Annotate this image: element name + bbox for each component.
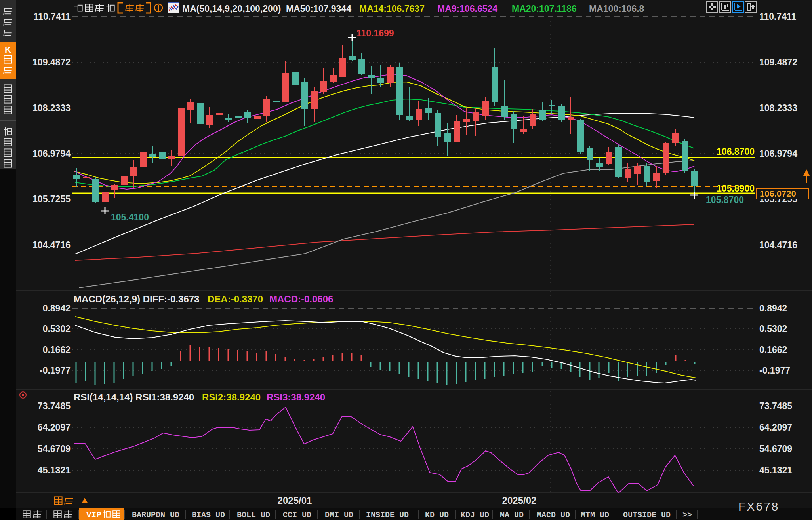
svg-text:109.4872: 109.4872 [759,57,797,67]
svg-text:MA(50,14,9,20,100,200): MA(50,14,9,20,100,200) [182,4,281,14]
svg-text:RSI2:38.9240: RSI2:38.9240 [202,392,261,402]
svg-text:110.1699: 110.1699 [356,28,394,38]
svg-text:54.6709: 54.6709 [38,444,71,454]
svg-text:MACD_UD: MACD_UD [537,511,570,520]
svg-text:105.4100: 105.4100 [111,212,149,222]
svg-text:45.1321: 45.1321 [759,465,792,475]
svg-text:106.9794: 106.9794 [32,148,71,159]
svg-text:0.8942: 0.8942 [759,303,787,313]
svg-text:106.8700: 106.8700 [717,146,755,157]
svg-text:VIP: VIP [86,511,101,520]
svg-text:2025/01: 2025/01 [278,495,312,506]
svg-text:INSIDE_UD: INSIDE_UD [366,511,409,520]
svg-text:73.7485: 73.7485 [759,401,792,411]
svg-text:109.4872: 109.4872 [32,57,71,67]
svg-text:0.5302: 0.5302 [759,324,787,334]
svg-text:64.2097: 64.2097 [759,422,792,433]
svg-text:106.0720: 106.0720 [760,189,796,199]
svg-text:BOLL_UD: BOLL_UD [237,511,270,520]
svg-text:45.1321: 45.1321 [38,465,71,475]
svg-text:RSI(14,14,14) RSI1:38.9240: RSI(14,14,14) RSI1:38.9240 [74,392,194,402]
svg-text:105.8700: 105.8700 [706,195,744,205]
svg-text:DEA:-0.3370: DEA:-0.3370 [208,294,263,304]
svg-text:MA20:107.1186: MA20:107.1186 [512,4,577,14]
svg-text:104.4716: 104.4716 [32,240,71,250]
svg-text:108.2333: 108.2333 [32,103,71,113]
svg-text:MA_UD: MA_UD [500,511,524,520]
svg-text:108.2333: 108.2333 [759,103,797,113]
svg-text:105.8900: 105.8900 [717,183,755,194]
svg-text:2025/02: 2025/02 [502,495,537,506]
svg-text:>>: >> [682,511,692,520]
svg-text:64.2097: 64.2097 [38,422,71,433]
svg-text:-0.1977: -0.1977 [40,365,71,376]
svg-text:73.7485: 73.7485 [38,401,71,411]
svg-text:CCI_UD: CCI_UD [283,511,311,520]
svg-text:OUTSIDE_UD: OUTSIDE_UD [623,511,671,520]
svg-text:110.7411: 110.7411 [759,11,797,22]
svg-text:DMI_UD: DMI_UD [325,511,353,520]
svg-text:MA50:107.9344: MA50:107.9344 [286,4,351,14]
svg-text:MA9:106.6524: MA9:106.6524 [437,4,497,14]
svg-text:RSI3:38.9240: RSI3:38.9240 [267,392,325,402]
svg-text:-0.1977: -0.1977 [759,365,790,376]
svg-text:0.8942: 0.8942 [43,303,71,313]
svg-text:BIAS_UD: BIAS_UD [192,511,225,520]
svg-text:110.7411: 110.7411 [34,11,71,22]
svg-text:54.6709: 54.6709 [759,444,792,454]
svg-text:K: K [5,45,11,55]
svg-text:KD_UD: KD_UD [425,511,449,520]
svg-text:FX678: FX678 [738,500,779,513]
svg-text:MA100:106.8: MA100:106.8 [589,4,644,14]
svg-text:104.4716: 104.4716 [759,240,797,250]
svg-text:MACD(26,12,9) DIFF:-0.3673: MACD(26,12,9) DIFF:-0.3673 [74,294,199,304]
svg-text:BARUPDN_UD: BARUPDN_UD [132,511,179,520]
svg-text:KDJ_UD: KDJ_UD [461,511,489,520]
svg-text:106.9794: 106.9794 [759,148,797,159]
svg-text:MACD:-0.0606: MACD:-0.0606 [269,294,333,304]
svg-text:0.1662: 0.1662 [43,345,71,355]
svg-text:0.1662: 0.1662 [759,345,787,355]
svg-text:105.7255: 105.7255 [32,194,71,204]
svg-text:MTM_UD: MTM_UD [581,511,609,520]
svg-text:MA14:106.7637: MA14:106.7637 [359,4,425,14]
svg-text:0.5302: 0.5302 [43,324,71,334]
